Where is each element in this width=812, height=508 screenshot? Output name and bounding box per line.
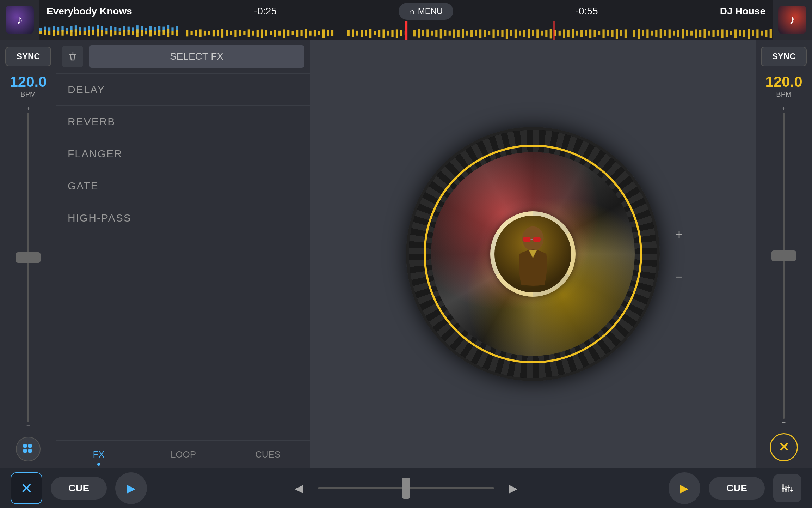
svg-rect-0 [39,28,42,31]
svg-rect-123 [457,30,460,37]
bottom-left-controls: ✕ CUE ▶ [11,472,147,504]
crossfader-thumb[interactable] [402,478,410,499]
right-play-button[interactable]: ▶ [669,472,700,504]
svg-rect-117 [431,31,433,36]
svg-rect-157 [607,30,609,36]
svg-rect-87 [287,30,289,36]
svg-rect-126 [470,30,473,37]
svg-rect-114 [418,29,420,38]
tab-fx[interactable]: FX [56,441,141,468]
svg-rect-143 [545,30,547,37]
svg-rect-134 [506,29,508,39]
waveform-container[interactable] [39,21,773,40]
tab-loop[interactable]: LOOP [141,441,226,468]
left-bpm-display: 120.0 BPM [10,73,47,98]
left-cue-button[interactable]: CUE [51,477,107,500]
svg-rect-40 [75,29,77,36]
fx-select-button[interactable]: SELECT FX [89,45,304,68]
turntable[interactable] [406,127,660,381]
svg-rect-135 [510,30,512,36]
home-icon: ⌂ [409,6,414,16]
svg-rect-191 [761,31,763,36]
svg-rect-108 [391,30,393,37]
crossfader-track[interactable] [318,487,494,489]
svg-rect-149 [572,29,574,38]
svg-rect-168 [660,29,662,38]
svg-rect-186 [739,30,741,36]
menu-label: MENU [418,6,443,16]
prev-track-button[interactable]: ◀ [288,478,309,499]
left-slider-track[interactable] [27,113,29,422]
svg-rect-188 [748,29,750,39]
svg-rect-102 [365,30,367,36]
svg-rect-57 [149,30,152,36]
svg-rect-68 [204,31,206,36]
svg-rect-77 [243,31,245,35]
turntable-minus-button[interactable]: − [670,268,688,286]
menu-button[interactable]: ⌂ MENU [399,3,453,20]
svg-rect-58 [154,31,156,35]
svg-rect-116 [426,29,429,37]
fx-item-reverb[interactable]: REVERB [56,106,310,138]
fx-item-gate[interactable]: GATE [56,170,310,202]
crossfader[interactable] [318,487,494,489]
turntable-plus-button[interactable]: + [670,226,688,243]
right-close-circle-button[interactable]: ✕ [770,433,798,461]
svg-rect-138 [523,30,525,37]
svg-rect-147 [563,29,565,38]
svg-rect-146 [559,31,561,36]
left-slider-thumb[interactable] [16,252,41,263]
svg-rect-185 [734,29,737,38]
svg-rect-198 [28,449,32,453]
svg-rect-17 [114,27,116,31]
equalizer-button[interactable] [773,474,801,502]
svg-rect-124 [462,29,464,38]
svg-rect-101 [361,30,363,37]
right-sync-button[interactable]: SYNC [761,47,807,66]
svg-rect-35 [53,30,55,36]
svg-rect-193 [770,29,772,38]
right-slider-track[interactable] [783,113,785,419]
svg-rect-174 [686,30,688,36]
svg-rect-18 [119,28,121,31]
right-cue-button[interactable]: CUE [709,477,765,500]
left-play-button[interactable]: ▶ [115,472,147,504]
turntable-container[interactable]: + − [406,127,660,381]
equalizer-icon [780,481,794,495]
svg-rect-54 [136,29,139,37]
left-pitch-slider[interactable]: + − [18,105,39,430]
svg-rect-205 [788,485,789,492]
svg-rect-70 [213,30,215,36]
svg-rect-86 [283,29,285,38]
tab-cues[interactable]: CUES [226,441,310,468]
svg-rect-109 [396,29,398,38]
svg-rect-165 [646,29,648,38]
svg-rect-176 [695,29,697,38]
right-pitch-slider[interactable]: + − [773,105,794,426]
svg-rect-200 [523,237,531,242]
svg-rect-56 [145,31,147,35]
svg-rect-125 [466,31,468,36]
svg-rect-24 [145,28,147,31]
left-sync-button[interactable]: SYNC [5,47,51,66]
svg-rect-133 [501,30,503,37]
left-waveform[interactable] [39,21,773,40]
right-slider-thumb[interactable] [771,250,796,261]
svg-rect-171 [673,31,675,36]
fx-item-highpass[interactable]: HIGH-PASS [56,202,310,234]
fx-delete-button[interactable] [62,46,83,67]
right-play-icon: ▶ [680,482,689,495]
svg-rect-10 [84,27,86,31]
right-music-note-icon: ♪ [789,12,795,27]
left-grid-button[interactable] [16,437,41,461]
close-x-icon: ✕ [20,480,33,497]
svg-rect-106 [382,29,385,38]
next-track-button[interactable]: ▶ [503,478,524,499]
left-close-button[interactable]: ✕ [11,472,42,504]
svg-rect-156 [602,29,604,38]
svg-rect-164 [642,30,644,36]
fx-item-flanger[interactable]: FLANGER [56,138,310,170]
svg-rect-190 [756,29,758,38]
fx-item-delay[interactable]: DELAY [56,74,310,106]
svg-rect-209 [787,487,790,488]
